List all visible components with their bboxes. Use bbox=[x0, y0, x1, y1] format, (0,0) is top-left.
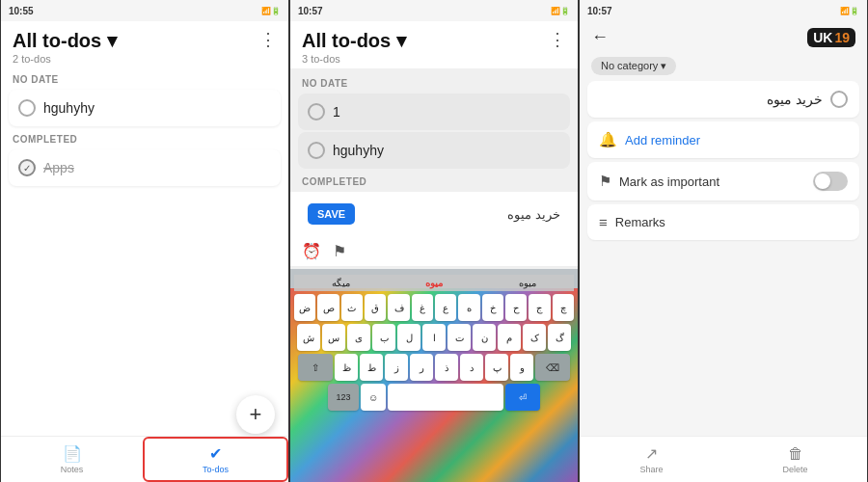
time-2: 10:57 bbox=[298, 6, 323, 16]
detail-important: ⚑ Mark as important bbox=[587, 162, 859, 201]
key-ta[interactable]: ت bbox=[448, 324, 471, 351]
key-t[interactable]: ث bbox=[341, 294, 363, 321]
important-text: Mark as important bbox=[619, 174, 719, 189]
key-enter[interactable]: ⏎ bbox=[505, 384, 540, 411]
menu-dots-2[interactable]: ⋮ bbox=[549, 29, 566, 50]
save-button[interactable]: SAVE bbox=[308, 203, 355, 225]
todos-icon: ✔ bbox=[209, 444, 222, 463]
notes-icon: 📄 bbox=[63, 444, 82, 463]
nav-todos-label: To-dos bbox=[203, 465, 229, 474]
key-z[interactable]: ض bbox=[294, 294, 315, 321]
key-shift[interactable]: ⇧ bbox=[298, 354, 333, 381]
key-sh[interactable]: ش bbox=[297, 324, 320, 351]
fab-button[interactable]: + bbox=[236, 395, 275, 434]
todo-text-apps: Apps bbox=[43, 160, 74, 175]
logo-19: 19 bbox=[834, 30, 850, 45]
todo-text-2-2: hguhyhy bbox=[333, 143, 384, 158]
category-pill[interactable]: No category ▾ bbox=[591, 57, 676, 75]
key-ain[interactable]: ع bbox=[435, 294, 456, 321]
todo-circle-1[interactable] bbox=[18, 99, 36, 117]
alarm-icon[interactable]: ⏰ bbox=[302, 242, 321, 260]
status-icons-1: 📶🔋 bbox=[261, 7, 281, 15]
flag-icon[interactable]: ⚑ bbox=[333, 242, 346, 260]
key-b[interactable]: ب bbox=[372, 324, 395, 351]
todo-input-area[interactable]: SAVE خرید میوه bbox=[298, 196, 570, 232]
suggestion-3[interactable]: میوه bbox=[519, 278, 536, 288]
key-q[interactable]: ق bbox=[365, 294, 386, 321]
category-label: No category ▾ bbox=[601, 60, 666, 72]
key-sin[interactable]: س bbox=[322, 324, 345, 351]
todo-circle-2-1[interactable] bbox=[308, 103, 325, 120]
key-gh[interactable]: غ bbox=[412, 294, 433, 321]
important-toggle[interactable] bbox=[813, 172, 848, 191]
todo-text-2-1: 1 bbox=[333, 104, 340, 120]
bottom-nav-1: 📄 Notes ✔ To-dos bbox=[1, 436, 288, 482]
todo-circle-2-2[interactable] bbox=[308, 142, 325, 159]
key-s[interactable]: ص bbox=[317, 294, 339, 321]
key-zz[interactable]: ظ bbox=[335, 354, 358, 381]
nav-notes-label: Notes bbox=[61, 465, 84, 474]
key-p[interactable]: پ bbox=[485, 354, 508, 381]
key-r[interactable]: ر bbox=[410, 354, 433, 381]
section-no-date-2: NO DATE bbox=[290, 72, 578, 92]
key-f[interactable]: ف bbox=[388, 294, 409, 321]
key-123[interactable]: 123 bbox=[328, 384, 359, 411]
screen2-subtitle: 3 to-dos bbox=[302, 53, 406, 65]
key-z2[interactable]: ذ bbox=[435, 354, 458, 381]
todo-item-2-2[interactable]: hguhyhy bbox=[298, 132, 570, 169]
todo-circle-detail[interactable] bbox=[830, 91, 848, 108]
logo-uk: UK bbox=[813, 30, 832, 45]
menu-dots-1[interactable]: ⋮ bbox=[259, 29, 277, 50]
input-text[interactable]: خرید میوه bbox=[507, 207, 560, 222]
input-icons-row: ⏰ ⚑ bbox=[290, 236, 578, 267]
key-l[interactable]: ل bbox=[397, 324, 420, 351]
todo-item-1[interactable]: hguhyhy bbox=[9, 90, 281, 126]
key-v[interactable]: و bbox=[510, 354, 533, 381]
key-n[interactable]: ن bbox=[473, 324, 496, 351]
back-arrow[interactable]: ← bbox=[591, 27, 609, 47]
detail-reminder[interactable]: 🔔 Add reminder bbox=[587, 121, 859, 158]
key-space[interactable] bbox=[388, 384, 503, 411]
suggestion-1[interactable]: میگه bbox=[332, 278, 350, 288]
keyboard-suggestions: میگه میوه میوه bbox=[294, 275, 574, 291]
key-h[interactable]: ه bbox=[458, 294, 479, 321]
key-backspace[interactable]: ⌫ bbox=[535, 354, 570, 381]
nav-todos[interactable]: ✔ To-dos bbox=[143, 437, 288, 482]
key-ch[interactable]: چ bbox=[553, 294, 574, 321]
key-alef[interactable]: ا bbox=[422, 324, 446, 351]
suggestion-2[interactable]: میوه bbox=[425, 278, 443, 288]
key-hh[interactable]: ح bbox=[505, 294, 527, 321]
key-kh[interactable]: خ bbox=[482, 294, 503, 321]
remarks-text: Remarks bbox=[615, 215, 665, 229]
key-emoji[interactable]: ☺ bbox=[361, 384, 386, 411]
nav-delete[interactable]: 🗑 Delete bbox=[723, 437, 867, 482]
screen1-title: All to-dos ▾ bbox=[13, 29, 117, 52]
status-bar-2: 10:57 📶🔋 bbox=[290, 0, 578, 21]
todo-item-apps[interactable]: ✓ Apps bbox=[9, 149, 281, 186]
todo-item-2-1[interactable]: 1 bbox=[298, 94, 570, 130]
key-y[interactable]: ی bbox=[347, 324, 370, 351]
keyboard-row-2: ش س ی ب ل ا ت ن م ک گ bbox=[294, 324, 574, 351]
key-j[interactable]: ج bbox=[529, 294, 550, 321]
screen-1: 10:55 📶🔋 All to-dos ▾ 2 to-dos ⋮ NO DATE… bbox=[0, 0, 289, 482]
key-m[interactable]: م bbox=[498, 324, 521, 351]
key-d[interactable]: د bbox=[460, 354, 483, 381]
key-g[interactable]: گ bbox=[548, 324, 571, 351]
detail-remarks[interactable]: ≡ Remarks bbox=[587, 204, 859, 240]
screen1-subtitle: 2 to-dos bbox=[13, 53, 117, 65]
detail-reminder-left: 🔔 Add reminder bbox=[599, 131, 700, 148]
flag-detail-icon: ⚑ bbox=[599, 173, 611, 190]
keyboard-row-1: ض ص ث ق ف غ ع ه خ ح ج چ bbox=[294, 294, 574, 321]
share-label: Share bbox=[639, 465, 663, 474]
status-icons-2: 📶🔋 bbox=[551, 7, 570, 15]
bell-icon: 🔔 bbox=[599, 131, 617, 148]
key-tt[interactable]: ط bbox=[360, 354, 383, 381]
todo-circle-checked[interactable]: ✓ bbox=[18, 159, 36, 176]
key-k[interactable]: ک bbox=[523, 324, 546, 351]
todo-detail-text: خرید میوه bbox=[767, 92, 823, 107]
nav-notes[interactable]: 📄 Notes bbox=[1, 437, 143, 482]
nav-share[interactable]: ↗ Share bbox=[580, 437, 723, 482]
keyboard-overlay: میگه میوه میوه ض ص ث ق ف غ ع ه خ ح ج چ bbox=[292, 273, 576, 413]
screen1-header: All to-dos ▾ 2 to-dos ⋮ bbox=[1, 21, 288, 68]
key-zn[interactable]: ز bbox=[385, 354, 408, 381]
